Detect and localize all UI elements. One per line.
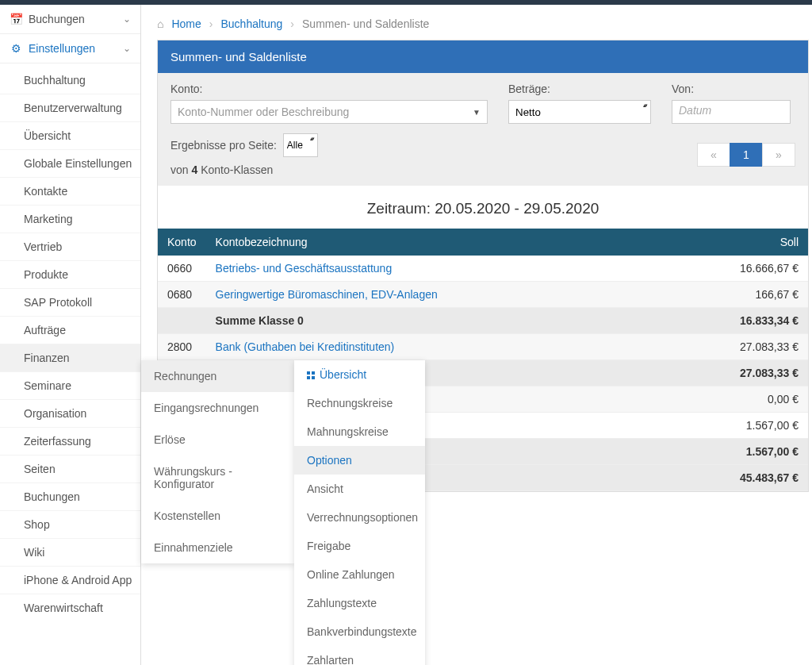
flyout-item-zahlungstexte[interactable]: Zahlungstexte bbox=[294, 589, 425, 617]
flyout-finanzen: RechnungenEingangsrechnungenErlöseWährun… bbox=[141, 360, 294, 563]
chevron-down-icon: ▼ bbox=[473, 108, 481, 117]
col-soll[interactable]: Soll bbox=[689, 229, 808, 256]
col-name[interactable]: Kontobezeichnung bbox=[206, 229, 689, 256]
crumb-sep-icon: › bbox=[290, 17, 294, 30]
sidebar-item-vertrieb[interactable]: Vertrieb bbox=[0, 233, 140, 260]
sidebar-item-buchhaltung[interactable]: Buchhaltung bbox=[0, 67, 140, 94]
sidebar-item-zeiterfassung[interactable]: Zeiterfassung bbox=[0, 427, 140, 455]
sidebar-item-produkte[interactable]: Produkte bbox=[0, 260, 140, 288]
konto-combo[interactable]: Konto-Nummer oder Beschreibung ▼ bbox=[170, 100, 488, 124]
crumb-current: Summen- und Saldenliste bbox=[302, 17, 429, 30]
panel-filter: Konto: Konto-Nummer oder Beschreibung ▼ … bbox=[158, 73, 808, 186]
results-count: von 4 Konto-Klassen bbox=[170, 163, 318, 176]
sidebar-item-iphone-android-app[interactable]: iPhone & Android App bbox=[0, 566, 140, 594]
gear-icon: ⚙ bbox=[10, 42, 22, 55]
sidebar-item-buchungen[interactable]: Buchungen bbox=[0, 482, 140, 510]
crumb-home[interactable]: Home bbox=[171, 17, 201, 30]
sidebar-item--bersicht[interactable]: Übersicht bbox=[0, 121, 140, 149]
betraege-label: Beträge: bbox=[508, 83, 651, 95]
crumb-buchhaltung[interactable]: Buchhaltung bbox=[221, 17, 283, 30]
rpp-select[interactable]: Alle bbox=[283, 133, 318, 157]
table-row: 0660Betriebs- und Geschäftsausstattung16… bbox=[158, 256, 808, 282]
sidebar-section-einstellungen[interactable]: ⚙ Einstellungen ⌄ bbox=[0, 34, 140, 63]
flyout-item-erl-se[interactable]: Erlöse bbox=[141, 424, 294, 456]
pager-next[interactable]: » bbox=[762, 143, 795, 167]
table-row: Summe Klasse 016.833,34 € bbox=[158, 308, 808, 334]
flyout-item-zahlarten[interactable]: Zahlarten bbox=[294, 646, 425, 665]
sidebar-section-buchungen[interactable]: 📅 Buchungen ⌄ bbox=[0, 5, 140, 34]
pager: « 1 » bbox=[698, 143, 795, 167]
konto-link[interactable]: Bank (Guthaben bei Kreditinstituten) bbox=[216, 340, 395, 353]
sidebar-item-benutzerverwaltung[interactable]: Benutzerverwaltung bbox=[0, 94, 140, 121]
flyout-item-rechnungskreise[interactable]: Rechnungskreise bbox=[294, 389, 425, 417]
betraege-select[interactable]: Netto bbox=[508, 100, 651, 124]
table-row: 0680Geringwertige Büromaschinen, EDV-Anl… bbox=[158, 282, 808, 308]
konto-placeholder: Konto-Nummer oder Beschreibung bbox=[178, 106, 349, 118]
flyout-item-optionen[interactable]: Optionen bbox=[294, 446, 425, 475]
sidebar-section-label: Einstellungen bbox=[29, 42, 95, 55]
konto-label: Konto: bbox=[170, 83, 488, 95]
flyout-item-eingangsrechnungen[interactable]: Eingangsrechnungen bbox=[141, 392, 294, 424]
sidebar: 📅 Buchungen ⌄ ⚙ Einstellungen ⌄ Buchhalt… bbox=[0, 5, 141, 665]
sidebar-item-finanzen[interactable]: Finanzen bbox=[0, 344, 140, 371]
sidebar-item-globale-einstellungen[interactable]: Globale Einstellungen bbox=[0, 149, 140, 177]
flyout-item-verrechnungsoptionen[interactable]: Verrechnungsoptionen bbox=[294, 503, 425, 532]
chevron-down-icon: ⌄ bbox=[123, 13, 131, 25]
flyout-item-online-zahlungen[interactable]: Online Zahlungen bbox=[294, 560, 425, 589]
home-icon: ⌂ bbox=[157, 17, 163, 30]
flyout-item-einnahmenziele[interactable]: Einnahmenziele bbox=[141, 532, 294, 563]
main-content: ⌂ Home › Buchhaltung › Summen- und Salde… bbox=[141, 5, 812, 665]
sidebar-item-shop[interactable]: Shop bbox=[0, 510, 140, 538]
sidebar-item-seiten[interactable]: Seiten bbox=[0, 455, 140, 482]
sidebar-item-warenwirtschaft[interactable]: Warenwirtschaft bbox=[0, 594, 140, 621]
flyout-item-w-hrungskurs-konfigurator[interactable]: Währungskurs - Konfigurator bbox=[141, 456, 294, 500]
panel-title: Summen- und Saldenliste bbox=[158, 40, 808, 73]
sidebar-item-kontakte[interactable]: Kontakte bbox=[0, 177, 140, 205]
sidebar-item-organisation[interactable]: Organisation bbox=[0, 399, 140, 427]
konto-link[interactable]: Betriebs- und Geschäftsausstattung bbox=[216, 262, 393, 275]
flyout-item-kostenstellen[interactable]: Kostenstellen bbox=[141, 500, 294, 532]
pager-current[interactable]: 1 bbox=[730, 143, 763, 167]
chevron-down-icon: ⌄ bbox=[123, 43, 131, 54]
pager-prev[interactable]: « bbox=[697, 143, 730, 167]
von-date-input[interactable]: Datum bbox=[672, 100, 791, 124]
sidebar-item-auftr-ge[interactable]: Aufträge bbox=[0, 316, 140, 344]
flyout-item--bersicht[interactable]: Übersicht bbox=[294, 360, 425, 389]
sidebar-item-seminare[interactable]: Seminare bbox=[0, 371, 140, 399]
flyout-item-rechnungen[interactable]: Rechnungen bbox=[141, 360, 294, 392]
sidebar-item-sap-protokoll[interactable]: SAP Protokoll bbox=[0, 288, 140, 316]
flyout-item-freigabe[interactable]: Freigabe bbox=[294, 532, 425, 560]
flyout-item-bankverbindungstexte[interactable]: Bankverbindungstexte bbox=[294, 617, 425, 646]
grid-icon bbox=[307, 371, 315, 379]
rpp-label: Ergebnisse pro Seite: bbox=[170, 139, 277, 152]
crumb-sep-icon: › bbox=[209, 17, 213, 30]
flyout-item-ansicht[interactable]: Ansicht bbox=[294, 475, 425, 503]
sidebar-item-wiki[interactable]: Wiki bbox=[0, 538, 140, 566]
von-label: Von: bbox=[672, 83, 791, 95]
period-label: Zeitraum: 20.05.2020 - 29.05.2020 bbox=[158, 186, 808, 229]
sidebar-section-label: Buchungen bbox=[29, 13, 85, 25]
calendar-icon: 📅 bbox=[10, 13, 22, 25]
table-row: 2800Bank (Guthaben bei Kreditinstituten)… bbox=[158, 334, 808, 360]
breadcrumb: ⌂ Home › Buchhaltung › Summen- und Salde… bbox=[157, 13, 812, 40]
col-konto[interactable]: Konto bbox=[158, 229, 206, 256]
sidebar-item-marketing[interactable]: Marketing bbox=[0, 205, 140, 233]
konto-link[interactable]: Geringwertige Büromaschinen, EDV-Anlagen bbox=[216, 288, 438, 301]
flyout-item-mahnungskreise[interactable]: Mahnungskreise bbox=[294, 417, 425, 446]
flyout-rechnungen: ÜbersichtRechnungskreiseMahnungskreiseOp… bbox=[294, 360, 425, 665]
